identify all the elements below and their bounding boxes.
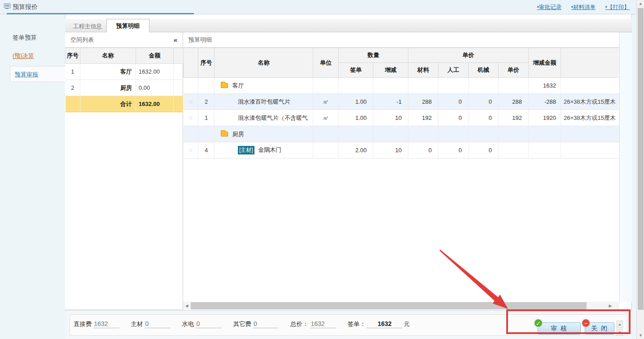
- spinner-up-icon[interactable]: ▲: [617, 321, 623, 328]
- col-header-qty-sign[interactable]: 签单: [339, 63, 373, 78]
- sign-amount-value: 1632: [367, 320, 402, 328]
- sidebar-item-budget-audit[interactable]: 预算审核: [10, 66, 65, 82]
- sign-amount-label: 签单：: [348, 320, 366, 328]
- total-label: 合计: [80, 96, 136, 112]
- water-electric-field[interactable]: 0: [196, 320, 222, 328]
- horizontal-scrollbar[interactable]: ◀ ▶: [183, 302, 619, 310]
- table-row[interactable]: ☆ 1 混水漆包暖气片（不含暖气 ㎡ 1.00 10 192 0 0 192 1…: [184, 110, 620, 126]
- col-header-machine[interactable]: 机械: [469, 63, 499, 78]
- horizontal-scrollbar-thumb[interactable]: [191, 302, 587, 309]
- detail-title: 预算明细: [188, 36, 212, 43]
- budget-detail-panel: 预算明细 序号 名称 单位 数量 单价 增减金额 签单 增减 材料: [183, 32, 619, 310]
- vertical-scrollbar-thumb[interactable]: [638, 8, 644, 310]
- direct-fee-label: 直接费: [74, 320, 92, 328]
- budget-detail-table: 序号 名称 单位 数量 单价 增减金额 签单 增减 材料 人工 机械 单价: [183, 48, 619, 158]
- tab-budget-detail[interactable]: 预算明细: [106, 19, 149, 33]
- check-circle-icon: ✓: [534, 319, 543, 327]
- main-material-badge: [主材]: [238, 146, 254, 154]
- col-header-spacer: [174, 48, 184, 64]
- link-approval-record[interactable]: •审批记录: [537, 4, 561, 10]
- col-header-unit-price[interactable]: 单价: [499, 63, 529, 78]
- col-header-amount[interactable]: 金额: [136, 48, 174, 64]
- main-material-label: 主材: [131, 320, 143, 328]
- sidebar: 签单预算 [预]决算 预算审核: [0, 14, 65, 339]
- main-material-field[interactable]: 0: [145, 320, 171, 328]
- col-header-material[interactable]: 材料: [408, 63, 438, 78]
- space-list-panel: 空间列表 « 序号 名称 金额 1 客厅 1632.00 2 厨房 0.00 合…: [65, 32, 183, 310]
- folder-row[interactable]: 厨房: [184, 126, 620, 142]
- sidebar-item-budget-audit-label[interactable]: 预算审核: [15, 70, 38, 79]
- folder-row[interactable]: 客厅 1632: [184, 78, 620, 94]
- footer-fields: 直接费 1632 主材 0 水电 0 其它费 0 总价： 1632 签单： 16…: [74, 320, 421, 328]
- favorite-star-icon[interactable]: ☆: [184, 94, 198, 110]
- scroll-up-icon[interactable]: ▲: [637, 0, 644, 7]
- table-row[interactable]: ☆ 2 混水漆百叶包暖气片 ㎡ 1.00 -1 288 0 0 288 -288…: [184, 94, 620, 110]
- direct-fee-field[interactable]: 1632: [93, 320, 119, 328]
- scroll-down-icon[interactable]: ▼: [637, 332, 644, 339]
- tab-strip: [65, 19, 632, 32]
- space-list-titlebar: 空间列表 «: [65, 32, 183, 48]
- col-header-change-amount[interactable]: 增减金额: [529, 48, 561, 78]
- col-header-remark: [561, 48, 620, 78]
- total-price-field[interactable]: 1632: [310, 320, 336, 328]
- col-header-labor[interactable]: 人工: [438, 63, 469, 78]
- col-group-unit-price: 单价: [408, 48, 529, 63]
- total-price-label: 总价：: [290, 320, 309, 328]
- other-fee-label: 其它费: [233, 320, 252, 328]
- col-header-name[interactable]: 名称: [80, 48, 136, 64]
- vertical-scrollbar[interactable]: ▲ ▼: [636, 0, 644, 339]
- space-list-title: 空间列表: [70, 36, 94, 43]
- total-row: 合计 1632.00: [66, 96, 184, 112]
- col-header-name[interactable]: 名称: [215, 48, 313, 78]
- link-material-list[interactable]: •材料清单: [571, 4, 596, 10]
- favorite-star-icon[interactable]: ☆: [184, 110, 198, 126]
- top-bar: 预算报价 •审批记录 •材料清单 •【打印】: [0, 0, 644, 14]
- footer-bar: 直接费 1632 主材 0 水电 0 其它费 0 总价： 1632 签单： 16…: [65, 310, 632, 339]
- table-row[interactable]: 2 厨房 0.00: [66, 80, 184, 96]
- audit-button[interactable]: 审 核: [538, 322, 581, 335]
- total-amount: 1632.00: [136, 96, 174, 112]
- top-links: •审批记录 •材料清单 •【打印】: [529, 4, 630, 11]
- scroll-right-icon[interactable]: ▶: [607, 302, 614, 310]
- col-header-unit[interactable]: 单位: [313, 48, 339, 78]
- col-header-qty-change[interactable]: 增减: [373, 63, 408, 78]
- collapse-panel-icon[interactable]: «: [174, 32, 177, 47]
- col-header-seq[interactable]: 序号: [198, 48, 215, 78]
- tab-project-info[interactable]: 工程主信息: [70, 20, 105, 32]
- table-row[interactable]: 1 客厅 1632.00: [66, 64, 184, 80]
- favorite-star-icon[interactable]: ☆: [184, 142, 198, 158]
- folder-icon: [221, 132, 228, 136]
- sidebar-item-sign-budget[interactable]: 签单预算: [13, 34, 37, 42]
- folder-name[interactable]: 客厅: [232, 82, 244, 89]
- button-spinner: ▲ ▼: [617, 321, 623, 336]
- detail-titlebar: 预算明细: [183, 32, 619, 48]
- folder-icon: [221, 83, 228, 88]
- other-fee-field[interactable]: 0: [253, 320, 279, 328]
- table-row[interactable]: ☆ 4 [主材] 金隅木门 2.00 10 0 0 0: [184, 142, 620, 158]
- col-header-seq[interactable]: 序号: [66, 48, 80, 64]
- app-icon: [4, 3, 11, 9]
- col-group-quantity: 数量: [339, 48, 408, 63]
- link-print[interactable]: •【打印】: [605, 4, 630, 10]
- right-gutter: [619, 32, 632, 302]
- footer-panel: 直接费 1632 主材 0 水电 0 其它费 0 总价： 1632 签单： 16…: [70, 314, 627, 336]
- detail-table-viewport: 序号 名称 单位 数量 单价 增减金额 签单 增减 材料 人工 机械 单价: [183, 48, 619, 302]
- sidebar-item-pre-settlement[interactable]: [预]决算: [13, 52, 34, 60]
- spinner-down-icon[interactable]: ▼: [617, 329, 623, 336]
- minus-circle-icon: −: [582, 319, 590, 327]
- col-header-star: [184, 48, 198, 78]
- scroll-left-icon[interactable]: ◀: [183, 302, 190, 310]
- item-name[interactable]: 金隅木门: [258, 146, 281, 153]
- space-list-table: 序号 名称 金额 1 客厅 1632.00 2 厨房 0.00 合计 1632.…: [65, 48, 184, 112]
- page-title: 预算报价: [13, 3, 38, 11]
- yuan-suffix: 元: [404, 320, 410, 328]
- water-electric-label: 水电: [182, 320, 194, 328]
- folder-name[interactable]: 厨房: [232, 131, 244, 137]
